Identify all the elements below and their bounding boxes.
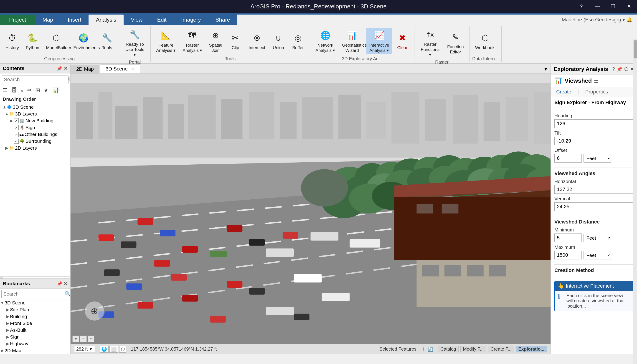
toggle-bookmark-sign[interactable]: ▶ [6,334,10,340]
tab-project[interactable]: Project [0,14,35,25]
contents-search-box[interactable]: 🔍 [2,75,69,84]
tab-share[interactable]: Share [208,14,237,25]
bookmark-icon[interactable]: ★ [43,86,50,94]
exploratory-tab[interactable]: Exploratio... [516,346,547,352]
bookmark-highway[interactable]: ▶ Highway [0,340,70,347]
bookmark-2d-map-group[interactable]: ▶ 2D Map [0,347,70,354]
checkbox-other-buildings[interactable] [14,132,19,137]
zoom-in-button[interactable]: + [72,336,79,342]
raster-analysis-button[interactable]: 🗺 RasterAnalysis ▾ [180,28,205,54]
tree-item-new-building[interactable]: ▶ 🏢 New Building [0,117,70,124]
bookmark-as-built[interactable]: ▶ As-Built [0,327,70,334]
viewshed-menu-icon[interactable]: ☰ [594,78,598,84]
tab-edit[interactable]: Edit [150,14,174,25]
3d-scene-close-icon[interactable]: ✕ [131,67,134,72]
close-button[interactable]: ✕ [621,0,637,13]
geostatistical-wizard-button[interactable]: 📊 GeostatisticalWizard [339,28,365,54]
tab-imagery[interactable]: Imagery [174,14,208,25]
minimum-unit-select[interactable]: Feet Meters [583,234,611,242]
toggle-site-plan[interactable]: ▶ [6,307,10,312]
toggle-building[interactable]: ▶ [6,314,10,319]
globe-view-button[interactable]: 🌐 [100,346,109,353]
history-button[interactable]: ⏱ History [3,30,22,52]
toggle-as-built[interactable]: ▶ [6,328,10,332]
network-analysis-button[interactable]: 🌐 NetworkAnalysis ▾ [313,28,338,54]
toggle-3d-layers[interactable]: ▲ [5,112,9,116]
toggle-highway[interactable]: ▶ [6,341,10,346]
maximum-input[interactable] [554,251,582,260]
buffer-button[interactable]: ◎ Buffer [289,30,307,52]
checkbox-surrounding[interactable] [14,139,19,144]
help-button[interactable]: ? [573,0,589,13]
modelbuilder-button[interactable]: ⬡ ModelBuilder [43,30,69,52]
compass[interactable]: ⊕ [84,301,105,321]
checkbox-new-building[interactable] [14,118,19,123]
tree-item-sign[interactable]: 🪧 Sign [0,124,70,131]
right-help-icon[interactable]: ? [612,66,615,72]
bookmarks-search-box[interactable]: 🔍 [1,290,71,298]
chart-icon[interactable]: 📊 [52,86,60,94]
raster-functions-button[interactable]: fx RasterFunctions ▾ [417,27,443,59]
clip-button[interactable]: ✂ Clip [226,30,244,52]
spatial-join-button[interactable]: ⊕ SpatialJoin [206,28,225,54]
toggle-bookmark-2d[interactable]: ▶ [0,348,5,353]
contents-search-input[interactable] [4,76,67,82]
tilt-button[interactable]: ⬡ [119,346,126,353]
environments-button[interactable]: 🌍 Environments [71,30,97,52]
toggle-front-side[interactable]: ▶ [6,321,10,326]
horizontal-input[interactable] [554,185,633,194]
feature-analysis-button[interactable]: 📐 FeatureAnalysis ▾ [153,28,178,54]
refresh-button[interactable]: 🔄 [428,346,433,352]
interactive-analysis-button[interactable]: 📈 InteractiveAnalysis ▾ [366,28,392,54]
toggle-2d-layers[interactable]: ▶ [5,146,9,150]
flat-view-button[interactable]: ⬜ [110,346,118,353]
heading-input[interactable] [554,119,633,128]
checkbox-sign[interactable] [14,125,19,130]
toggle-new-building[interactable]: ▶ [9,118,14,123]
pause-button[interactable]: ⏸ [422,346,427,352]
tab-properties[interactable]: Properties [580,87,613,97]
tree-item-surrounding[interactable]: 🌳 Surrounding [0,138,70,144]
maximum-unit-select[interactable]: Feet Meters [583,251,611,260]
function-editor-button[interactable]: ✎ FunctionEditor [444,29,467,56]
intersect-button[interactable]: ⊗ Intersect [246,30,268,52]
offset-unit-select[interactable]: Feet Meters [583,154,611,162]
catalog-tab[interactable]: Catalog [438,346,459,352]
ready-to-use-tools-button[interactable]: 🔧 Ready ToUse Tools ▾ [122,27,148,59]
database-icon[interactable]: 🗄 [11,86,18,94]
tab-map[interactable]: Map [35,14,61,25]
scale-selector[interactable]: 282 ft ▼ [74,346,95,352]
modify-features-tab[interactable]: Modify F... [460,346,486,352]
union-button[interactable]: ∪ Union [269,30,287,52]
toggle-3d-scene[interactable]: ▲ [2,105,7,110]
tab-2d-map[interactable]: 2D Map [71,64,99,74]
tree-item-3d-layers[interactable]: ▲ 📁 3D Layers [0,110,70,117]
tab-insert[interactable]: Insert [60,14,89,25]
tab-analysis[interactable]: Analysis [89,14,123,25]
tab-create[interactable]: Create [551,87,577,97]
bookmarks-search-input[interactable] [4,291,63,297]
tab-3d-scene[interactable]: 3D Scene ✕ [100,64,140,74]
restore-button[interactable]: ❐ [605,0,621,13]
zoom-out-button[interactable]: − [80,336,87,342]
bookmark-front-side[interactable]: ▶ Front Side [0,320,70,327]
bookmarks-pin-icon[interactable]: 📌 [57,281,62,286]
right-float-icon[interactable]: ⬡ [624,66,628,72]
toggle-bookmark-3d[interactable]: ▼ [0,300,5,305]
pan-button[interactable]: ↕ [88,336,94,342]
contents-close-icon[interactable]: ✕ [64,66,68,71]
edit-icon[interactable]: ✏ [27,86,33,94]
bookmark-site-plan[interactable]: ▶ Site Plan [0,306,70,313]
bookmark-3d-scene-group[interactable]: ▼ 3D Scene [0,300,70,306]
offset-input[interactable] [554,154,582,162]
table-icon[interactable]: ⊞ [35,86,41,94]
list-icon[interactable]: ☰ [2,86,9,94]
map-collapse-button[interactable]: ▼ [541,65,550,74]
bookmark-building[interactable]: ▶ Building [0,313,70,320]
horizontal-scrollbar[interactable] [0,277,3,278]
tree-item-3d-scene[interactable]: ▲ 🔷 3D Scene [0,104,70,110]
minimum-input[interactable] [554,234,582,242]
minimize-button[interactable]: — [589,0,605,13]
bookmarks-close-icon[interactable]: ✕ [64,281,68,286]
workbook-button[interactable]: ⬡ Workbook... [472,30,498,52]
